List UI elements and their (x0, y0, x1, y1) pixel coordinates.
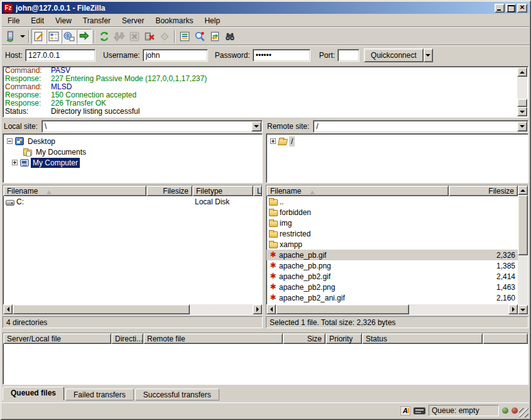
scroll-down-icon[interactable] (517, 107, 527, 116)
close-button[interactable] (517, 4, 527, 13)
menu-bar: File Edit View Transfer Server Bookmarks… (3, 15, 226, 26)
column-size[interactable]: Size (283, 333, 326, 344)
column-priority[interactable]: Priority (326, 333, 362, 344)
file-row[interactable]: apache_pb2_ani.gif2,160 (266, 292, 518, 303)
file-row[interactable]: restricted (266, 228, 518, 239)
tree-item-root[interactable]: / (268, 136, 528, 146)
transfer-type-icon[interactable] (400, 406, 410, 416)
host-input[interactable] (25, 49, 96, 62)
scroll-up-icon[interactable] (518, 185, 528, 195)
scrollbar-thumb[interactable] (517, 99, 527, 107)
file-row-selected[interactable]: apache_pb.gif2,326 (266, 250, 518, 260)
scroll-right-icon[interactable] (508, 304, 518, 314)
tree-item-desktop[interactable]: Desktop (4, 136, 262, 146)
tab-successful-transfers[interactable]: Successful transfers (135, 389, 219, 401)
log-scrollbar[interactable] (517, 67, 527, 116)
username-label: Username: (103, 51, 140, 60)
disconnect-icon[interactable] (142, 29, 157, 44)
synchronized-browsing-icon[interactable] (207, 29, 222, 44)
cancel-icon[interactable] (127, 29, 142, 44)
column-filesize[interactable]: Filesize (146, 185, 192, 196)
username-input[interactable] (143, 49, 208, 62)
process-queue-icon[interactable] (112, 29, 127, 44)
transfer-queue: Server/Local file Directi... Remote file… (3, 333, 528, 385)
tree-item-my-computer[interactable]: My Computer (4, 157, 262, 168)
column-filename[interactable]: Filename (266, 185, 449, 196)
scrollbar-track[interactable] (13, 304, 253, 314)
refresh-icon[interactable] (97, 29, 112, 44)
scrollbar-thumb[interactable] (13, 304, 190, 314)
site-manager-icon[interactable] (3, 29, 18, 44)
tab-queued-files[interactable]: Queued files (3, 387, 64, 401)
my-documents-icon (23, 150, 32, 156)
reconnect-icon[interactable] (157, 29, 172, 44)
column-remote-file[interactable]: Remote file (143, 333, 283, 344)
scrollbar-thumb[interactable] (518, 195, 528, 255)
remote-site-combo[interactable]: / (313, 120, 528, 133)
tab-failed-transfers[interactable]: Failed transfers (65, 389, 134, 401)
speed-limit-icon[interactable] (413, 407, 425, 414)
directory-listing-filters-icon[interactable] (177, 29, 192, 44)
scrollbar-track[interactable] (518, 195, 528, 305)
toolbar-separator (94, 30, 95, 43)
column-filename[interactable]: Filename (3, 185, 146, 196)
collapse-icon[interactable] (7, 138, 13, 144)
scroll-left-icon[interactable] (266, 304, 276, 314)
remote-list-vscrollbar[interactable] (518, 185, 528, 314)
file-row[interactable]: img (266, 218, 518, 228)
site-manager-dropdown-icon[interactable] (18, 29, 26, 44)
quickconnect-dropdown-icon[interactable] (424, 48, 433, 62)
expand-icon[interactable] (12, 160, 18, 165)
column-last-modified[interactable]: L (253, 185, 262, 196)
sort-ascending-icon (47, 188, 52, 194)
combo-dropdown-icon[interactable] (517, 121, 527, 131)
column-filler (483, 333, 528, 344)
toggle-message-log-icon[interactable] (31, 29, 47, 44)
toggle-remote-tree-icon[interactable] (62, 29, 77, 44)
find-files-icon[interactable] (222, 29, 238, 44)
minimize-button[interactable] (495, 4, 505, 13)
maximize-button[interactable] (506, 4, 516, 13)
column-filesize[interactable]: Filesize (449, 185, 518, 196)
file-row[interactable]: forbidden (266, 207, 518, 218)
remote-list-hscrollbar[interactable] (266, 304, 518, 314)
scrollbar-thumb[interactable] (276, 304, 409, 314)
menu-file[interactable]: File (3, 15, 26, 26)
file-row[interactable]: apache_pb2.png1,463 (266, 282, 518, 292)
desktop-icon (15, 137, 24, 145)
file-row[interactable]: .. (266, 196, 518, 207)
column-direction[interactable]: Directi... (111, 333, 143, 344)
file-row[interactable]: apache_pb.png1,385 (266, 260, 518, 271)
menu-help[interactable]: Help (199, 15, 226, 26)
combo-dropdown-icon[interactable] (251, 121, 261, 131)
column-server-local-file[interactable]: Server/Local file (3, 333, 111, 344)
column-status[interactable]: Status (362, 333, 483, 344)
menu-edit[interactable]: Edit (26, 15, 50, 26)
expand-icon[interactable] (270, 138, 276, 144)
menu-bookmarks[interactable]: Bookmarks (150, 15, 199, 26)
port-input[interactable] (337, 49, 359, 62)
file-row[interactable]: apache_pb2.gif2,414 (266, 271, 518, 282)
scroll-right-icon[interactable] (253, 304, 262, 314)
scrollbar-track[interactable] (517, 77, 527, 107)
scroll-up-icon[interactable] (517, 67, 527, 77)
scroll-down-icon[interactable] (518, 305, 528, 314)
scroll-left-icon[interactable] (3, 304, 13, 314)
menu-view[interactable]: View (50, 15, 78, 26)
menu-transfer[interactable]: Transfer (78, 15, 117, 26)
toggle-transfer-queue-icon[interactable] (77, 29, 92, 44)
column-filetype[interactable]: Filetype (192, 185, 253, 196)
menu-server[interactable]: Server (117, 15, 150, 26)
directory-comparison-icon[interactable] (192, 29, 207, 44)
toggle-local-tree-icon[interactable] (47, 29, 62, 44)
remote-directory-tree: / (266, 133, 528, 183)
scrollbar-track[interactable] (276, 304, 508, 314)
password-input[interactable] (253, 49, 310, 62)
local-site-combo[interactable]: \ (41, 120, 263, 133)
tree-item-my-documents[interactable]: My Documents (4, 146, 262, 157)
quickconnect-button[interactable]: Quickconnect (364, 48, 424, 62)
file-row[interactable]: xampp (266, 239, 518, 250)
resize-grip[interactable] (519, 408, 528, 417)
local-list-hscrollbar[interactable] (3, 304, 262, 314)
file-row-c-drive[interactable]: C: Local Disk (3, 196, 262, 207)
